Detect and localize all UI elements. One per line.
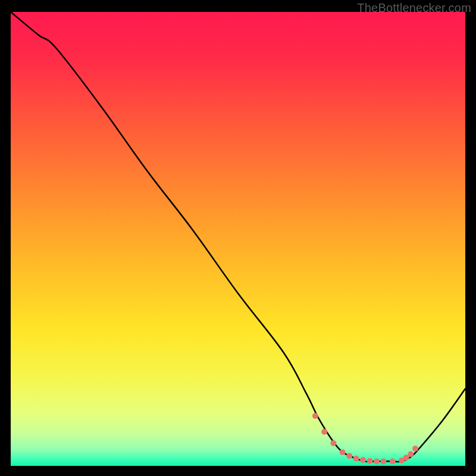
marker-point xyxy=(390,458,396,464)
marker-point xyxy=(381,458,387,464)
curve-layer xyxy=(11,12,465,466)
marker-point xyxy=(408,451,414,457)
marker-point xyxy=(374,458,380,464)
highlight-markers xyxy=(312,413,418,464)
marker-point xyxy=(353,456,359,462)
bottleneck-curve xyxy=(11,12,465,462)
plot-area xyxy=(11,12,465,466)
marker-point xyxy=(346,453,352,459)
marker-point xyxy=(330,440,336,446)
marker-point xyxy=(340,449,346,455)
marker-point xyxy=(412,446,418,452)
watermark-text: TheBottlenecker.com xyxy=(357,1,471,15)
chart-frame: TheBottlenecker.com xyxy=(0,0,476,476)
marker-point xyxy=(321,429,327,435)
marker-point xyxy=(312,413,318,419)
marker-point xyxy=(367,458,373,464)
marker-point xyxy=(360,457,366,463)
